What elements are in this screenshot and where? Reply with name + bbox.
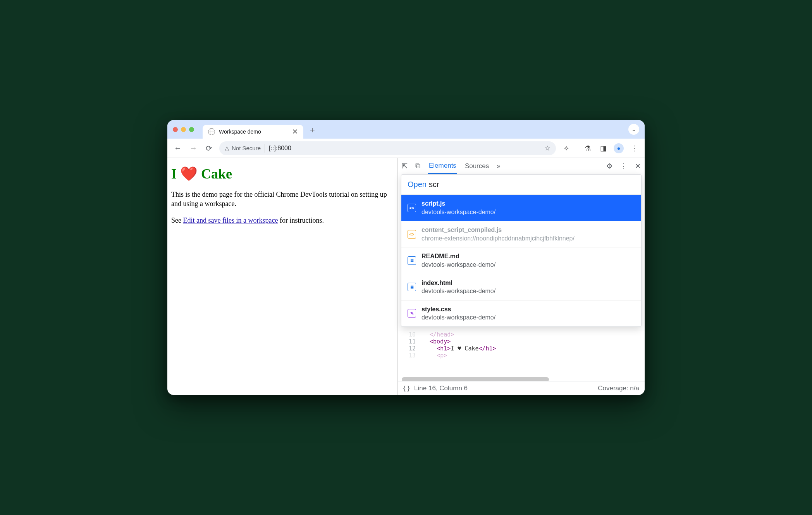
command-menu: Open scr <>script.jsdevtools-workspace-d… [401,174,642,327]
gear-icon[interactable]: ⚙ [606,162,612,170]
file-icon: <> [408,230,416,239]
command-item-path: devtools-workspace-demo/ [421,287,495,295]
kebab-icon[interactable]: ⋮ [620,162,627,170]
page-paragraph-2: See Edit and save files in a workspace f… [171,216,394,225]
file-icon: ≣ [408,283,416,291]
inspect-icon[interactable]: ⇱ [402,162,408,170]
toolbar: ← → ⟳ △ Not Secure [::]:8000 ☆ ⟡ ⚗ ◨ ● ⋮ [167,139,645,158]
tab-elements[interactable]: Elements [428,158,457,174]
devtools-tabs: ⇱ ⧉ Elements Sources » ⚙ ⋮ ✕ [398,158,645,174]
omnibox[interactable]: △ Not Secure [::]:8000 ☆ [219,141,556,155]
tabs-overflow-icon[interactable]: » [497,162,500,170]
page-paragraph-1: This is the demo page for the official C… [171,190,394,209]
coverage-status: Coverage: n/a [598,385,639,392]
command-item-title: index.html [421,279,495,287]
command-item[interactable]: <>content_script_compiled.jschrome-exten… [401,221,641,247]
devtools-statusbar: { } Line 16, Column 6 Coverage: n/a [398,381,645,395]
command-item[interactable]: ≣README.mddevtools-workspace-demo/ [401,247,641,273]
command-item[interactable]: ≣index.htmldevtools-workspace-demo/ [401,274,641,300]
maximize-window-button[interactable] [189,127,194,132]
devtools-panel: ⇱ ⧉ Elements Sources » ⚙ ⋮ ✕ Open scr [397,158,645,395]
file-icon: <> [408,204,416,212]
window-controls [173,127,194,132]
chevron-down-icon[interactable]: ⌄ [628,124,639,135]
back-button[interactable]: ← [173,144,183,153]
command-item-path: devtools-workspace-demo/ [421,261,495,269]
command-item-title: README.md [421,252,495,261]
forward-button[interactable]: → [188,144,198,153]
new-tab-button[interactable]: ＋ [306,124,318,136]
close-window-button[interactable] [173,127,178,132]
page-content: I ❤️ Cake This is the demo page for the … [167,158,397,395]
command-item[interactable]: <>script.jsdevtools-workspace-demo/ [401,194,641,221]
pretty-print-icon[interactable]: { } [403,385,409,392]
workspace-link[interactable]: Edit and save files in a workspace [183,216,278,224]
file-icon: ≣ [408,256,416,265]
command-input[interactable]: Open scr [401,175,641,194]
command-item-path: devtools-workspace-demo/ [421,313,495,322]
command-item-path: chrome-extension://noondiphcddnnabmjcihc… [421,234,575,243]
file-icon: ✎ [408,309,416,318]
security-label: Not Secure [232,145,261,151]
command-item-path: devtools-workspace-demo/ [421,208,495,216]
warning-icon: △ [225,145,229,152]
tab-strip: Workspace demo ✕ ＋ ⌄ [167,120,645,139]
tab-title: Workspace demo [219,129,261,135]
profile-avatar[interactable]: ● [614,143,624,153]
command-item-title: styles.css [421,305,495,314]
browser-window: Workspace demo ✕ ＋ ⌄ ← → ⟳ △ Not Secure … [167,120,645,395]
browser-tab[interactable]: Workspace demo ✕ [203,125,303,139]
globe-icon [208,128,215,135]
close-tab-icon[interactable]: ✕ [292,127,298,136]
close-icon[interactable]: ✕ [635,162,641,170]
labs-icon[interactable]: ⚗ [583,144,593,153]
cursor-position: Line 16, Column 6 [414,385,468,392]
horizontal-scrollbar[interactable] [402,377,549,381]
command-item-title: content_script_compiled.js [421,226,575,234]
star-icon[interactable]: ☆ [544,144,551,153]
command-item-title: script.js [421,199,495,208]
security-indicator[interactable]: △ Not Secure [225,145,261,152]
extensions-icon[interactable]: ⟡ [561,144,571,152]
command-label: Open [408,180,427,189]
command-item[interactable]: ✎styles.cssdevtools-workspace-demo/ [401,300,641,326]
command-typed: scr [429,180,440,189]
page-heading: I ❤️ Cake [171,166,394,182]
command-results: <>script.jsdevtools-workspace-demo/<>con… [401,194,641,326]
side-panel-icon[interactable]: ◨ [598,144,608,153]
minimize-window-button[interactable] [181,127,186,132]
url-text: [::]:8000 [269,145,291,152]
tab-sources[interactable]: Sources [465,162,489,170]
device-icon[interactable]: ⧉ [415,162,420,170]
source-editor[interactable]: 10 </head>11 <body>12 <h1>I ♥ Cake</h1>1… [398,331,645,381]
kebab-menu-icon[interactable]: ⋮ [629,144,639,153]
reload-button[interactable]: ⟳ [204,144,214,153]
